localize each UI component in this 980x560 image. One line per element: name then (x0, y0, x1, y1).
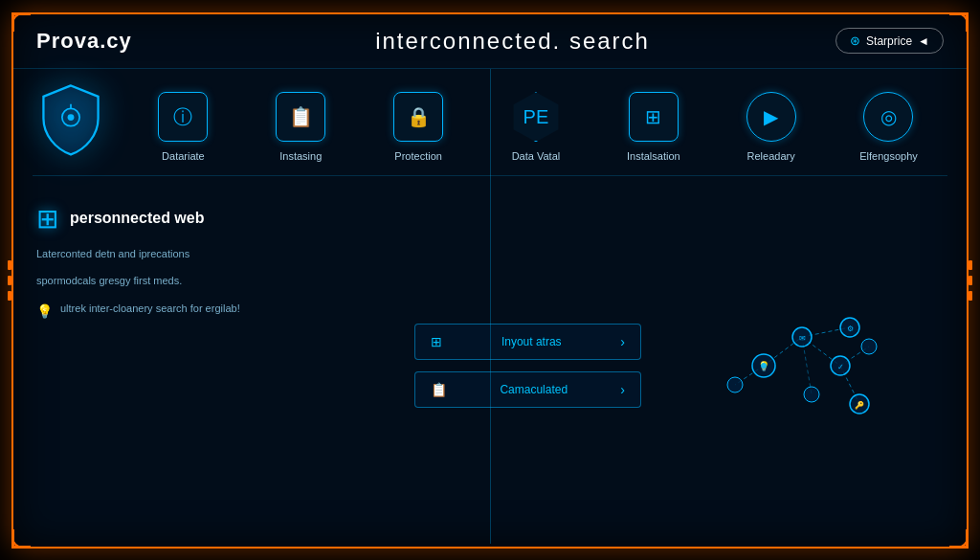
svg-text:✉: ✉ (799, 334, 806, 343)
svg-point-21 (727, 377, 743, 392)
elfengsophy-label: Elfengsophy (859, 149, 918, 163)
content-area: ⓘDatariate📋Instasing🔒ProtectionPEData Va… (13, 69, 967, 544)
releadary-label: Releadary (747, 149, 795, 163)
inyout-button[interactable]: ⊞Inyout atras› (414, 324, 641, 360)
datavatal-icon: PE (511, 92, 561, 142)
star-price-label: Starprice (866, 34, 912, 48)
inyout-btn-label: Inyout atras (501, 335, 562, 348)
camaculated-chevron-icon: › (620, 382, 625, 397)
datarate-icon: ⓘ (158, 92, 208, 142)
left-info: ⊞ personnected web Laterconted detn and … (36, 203, 395, 528)
star-icon: ⊛ (850, 34, 860, 48)
middle-buttons: ⊞Inyout atras›📋Camaculated› (414, 203, 641, 528)
network-graph: 💡 ✉ ⚙ ✓ 🔑 (660, 203, 944, 528)
icon-item-protection[interactable]: 🔒Protection (366, 92, 471, 163)
instasing-label: Instasing (279, 149, 322, 163)
icon-item-elfengsophy[interactable]: ◎Elfengsophy (835, 92, 941, 163)
svg-point-23 (761, 363, 767, 369)
info-text-row-1: spormodcals gresgy first meds. (36, 273, 376, 296)
info-text-0: Laterconted detn and iprecations (36, 246, 189, 263)
info-text-row-2: 💡ultrek inter-cloanery search for ergila… (36, 301, 376, 324)
svg-text:✓: ✓ (837, 363, 844, 371)
icon-item-datavatal[interactable]: PEData Vatal (483, 92, 589, 163)
info-text-row-0: Laterconted detn and iprecations (36, 246, 376, 269)
datavatal-label: Data Vatal (512, 149, 561, 163)
header: Prova.cy interconnected. search ⊛ Starpr… (13, 14, 967, 69)
info-bullet-icon: 💡 (36, 303, 53, 319)
icon-item-instasing[interactable]: 📋Instasing (248, 92, 353, 163)
camaculated-btn-icon: 📋 (431, 382, 447, 397)
svg-point-22 (804, 387, 819, 402)
svg-point-18 (861, 339, 877, 354)
info-main-icon: ⊞ (36, 203, 58, 235)
info-texts: Laterconted detn and iprecationsspormodc… (36, 246, 376, 324)
camaculated-btn-label: Camaculated (500, 383, 568, 396)
icons-row: ⓘDatariate📋Instasing🔒ProtectionPEData Va… (124, 82, 947, 163)
tick-left (8, 260, 11, 301)
info-text-2: ultrek inter-cloanery search for ergilab… (60, 301, 240, 318)
star-price-arrow: ◄ (918, 34, 929, 48)
header-title: interconnected. search (189, 28, 835, 55)
icon-item-releadary[interactable]: ▶Releadary (719, 92, 824, 163)
svg-point-1 (68, 114, 75, 121)
info-title: personnected web (70, 210, 204, 227)
releadary-icon: ▶ (746, 92, 796, 142)
installation-icon: ⊞ (629, 92, 679, 142)
instasing-icon: 📋 (276, 92, 325, 142)
icon-item-installation[interactable]: ⊞Instalsation (601, 92, 706, 163)
info-text-1: spormodcals gresgy first meds. (36, 273, 182, 290)
info-title-row: ⊞ personnected web (36, 203, 376, 235)
inyout-chevron-icon: › (620, 334, 625, 349)
icon-item-datarate[interactable]: ⓘDatariate (130, 92, 235, 163)
camaculated-button[interactable]: 📋Camaculated› (414, 371, 641, 408)
shield-hero-icon (33, 82, 109, 164)
protection-icon: 🔒 (393, 92, 443, 142)
inyout-btn-icon: ⊞ (431, 334, 442, 349)
tick-right (969, 260, 972, 301)
svg-text:⚙: ⚙ (847, 325, 854, 333)
main-frame: Prova.cy interconnected. search ⊛ Starpr… (11, 12, 969, 549)
svg-text:🔑: 🔑 (855, 400, 864, 410)
datarate-label: Datariate (162, 149, 205, 163)
protection-label: Protection (394, 149, 442, 163)
elfengsophy-icon: ◎ (863, 92, 913, 142)
star-price-button[interactable]: ⊛ Starprice ◄ (835, 28, 944, 54)
installation-label: Instalsation (627, 149, 680, 163)
logo: Prova.cy (36, 29, 189, 54)
